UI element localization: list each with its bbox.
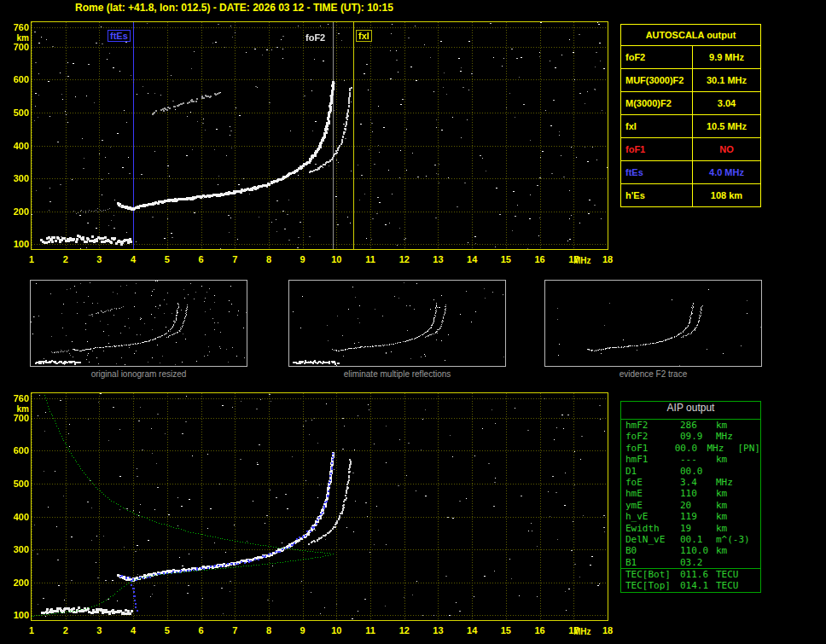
aip-row-value: 00.1 — [680, 534, 716, 545]
x-tick-label: 18 — [598, 254, 617, 264]
autoscala-row-value: 10.5 MHz — [693, 115, 760, 137]
thumbnail-caption-original: original ionogram resized — [30, 369, 247, 379]
x-tick-label: 17 — [564, 625, 583, 635]
autoscala-row-label: fxI — [621, 115, 693, 137]
aip-row-value: 00.0 — [680, 466, 716, 477]
x-tick-label: 12 — [395, 625, 414, 635]
autoscala-output-table: AUTOSCALA output foF29.9 MHzMUF(3000)F23… — [620, 24, 761, 207]
aip-row: foF209.9MHz — [621, 431, 760, 442]
aip-row-label: B1 — [621, 557, 680, 568]
aip-row-unit: MHz — [716, 477, 750, 488]
aip-row: h_vE119km — [621, 511, 760, 522]
aip-row-unit: km — [716, 545, 750, 556]
y-tick-label: 400 — [7, 141, 29, 151]
aip-row-extra — [750, 523, 760, 534]
autoscala-row-label: foF1 — [621, 138, 693, 160]
x-tick-label: 16 — [531, 254, 550, 264]
aip-row-value: --- — [680, 454, 716, 465]
thumbnail-caption-cleaned: eliminate multiple reflections — [288, 369, 506, 379]
autoscala-table-header: AUTOSCALA output — [621, 25, 760, 46]
aip-row-unit: TECU — [716, 580, 750, 591]
autoscala-row-label: foF2 — [621, 46, 693, 68]
aip-row-label: Ewidth — [621, 523, 680, 534]
aip-row-value: 119 — [680, 511, 716, 522]
page-title: Rome (lat: +41.8, lon: 012.5) - DATE: 20… — [75, 2, 393, 14]
aip-row: hmF2286km — [621, 420, 760, 431]
x-tick-label: 16 — [531, 625, 550, 635]
ionogram-top-canvas — [31, 21, 608, 250]
y-tick-label: 100 — [7, 610, 29, 620]
autoscala-row-value: 108 km — [693, 184, 760, 206]
autoscala-row-label: MUF(3000)F2 — [621, 69, 693, 91]
aip-row-extra — [750, 557, 760, 568]
y-tick-label: 300 — [7, 544, 29, 554]
aip-row-value: 286 — [680, 420, 716, 431]
aip-row-value: 014.1 — [680, 580, 716, 591]
aip-row-unit: MHz — [716, 431, 750, 442]
aip-output-table: AIP output hmF2286kmfoF209.9MHzfoF100.0M… — [620, 401, 761, 593]
y-tick-label: 200 — [7, 206, 29, 217]
y-tick-label: 500 — [7, 479, 29, 489]
ftes-marker-label: ftEs — [108, 30, 131, 42]
aip-row-label: DelN_vE — [621, 534, 680, 545]
x-tick-label: 18 — [598, 625, 617, 635]
autoscala-row: h'Es108 km — [621, 183, 760, 206]
y-tick-label: 400 — [7, 512, 29, 522]
ionogram-bottom-canvas — [31, 392, 608, 621]
aip-row-label: hmE — [621, 488, 680, 499]
x-tick-label: 6 — [192, 625, 211, 635]
aip-row-label: foE — [621, 477, 680, 488]
thumbnail-cleaned-canvas — [289, 281, 505, 366]
x-tick-label: 1 — [22, 625, 41, 635]
x-tick-label: 7 — [225, 254, 244, 264]
aip-row-unit: km — [716, 523, 750, 534]
aip-row-unit: km — [716, 488, 750, 499]
aip-row-label: hmF2 — [621, 420, 680, 431]
aip-row-value: 00.0 — [675, 443, 707, 454]
aip-row: foE3.4MHz — [621, 477, 760, 488]
autoscala-row-value: 4.0 MHz — [693, 161, 760, 183]
aip-row: TEC[Top]014.1TECU — [621, 580, 760, 591]
autoscala-row: foF29.9 MHz — [621, 46, 760, 68]
aip-row: hmE110km — [621, 488, 760, 499]
autoscala-row-label: M(3000)F2 — [621, 92, 693, 114]
aip-table-header: AIP output — [621, 402, 760, 420]
aip-row-label: foF1 — [621, 443, 675, 454]
aip-row-value: 20 — [680, 500, 716, 511]
autoscala-row: fxI10.5 MHz — [621, 114, 760, 137]
autoscala-table-body: foF29.9 MHzMUF(3000)F230.1 MHzM(3000)F23… — [621, 46, 760, 206]
x-tick-label: 17 — [564, 254, 583, 264]
x-tick-label: 3 — [90, 254, 108, 264]
thumbnail-cleaned-ionogram — [288, 280, 506, 367]
aip-row-extra — [750, 580, 760, 591]
aip-row-extra — [750, 420, 760, 431]
autoscala-row: MUF(3000)F230.1 MHz — [621, 68, 760, 91]
x-tick-label: 5 — [158, 254, 177, 264]
y-tick-label: 500 — [7, 107, 29, 118]
thumbnail-f2-trace — [544, 280, 762, 367]
x-tick-label: 12 — [395, 254, 414, 264]
autoscala-row: M(3000)F23.04 — [621, 91, 760, 114]
aip-row: ymE20km — [621, 500, 760, 511]
aip-row-value: 09.9 — [680, 431, 716, 442]
thumbnail-caption-f2: evidence F2 trace — [544, 369, 762, 379]
thumbnail-original-ionogram — [30, 280, 247, 367]
aip-row-label: TEC[Bot] — [621, 569, 680, 580]
x-tick-label: 5 — [158, 625, 177, 635]
aip-row-label: B0 — [621, 545, 680, 556]
aip-row-extra — [750, 500, 760, 511]
x-tick-label: 1 — [22, 254, 41, 264]
y-tick-label: 100 — [7, 239, 29, 249]
x-tick-label: 9 — [294, 254, 312, 264]
aip-row-unit — [716, 557, 750, 568]
x-tick-label: 10 — [327, 625, 346, 635]
aip-row-extra — [750, 511, 760, 522]
x-tick-label: 13 — [428, 254, 447, 264]
autoscala-row-label: h'Es — [621, 184, 693, 206]
y-tick-label: 700 — [7, 42, 29, 52]
autoscala-row-value: 3.04 — [693, 92, 760, 114]
aip-row-extra — [750, 569, 760, 580]
y-tick-label: 600 — [7, 445, 29, 455]
x-tick-label: 8 — [259, 254, 278, 264]
aip-row-value: 03.2 — [680, 557, 716, 568]
